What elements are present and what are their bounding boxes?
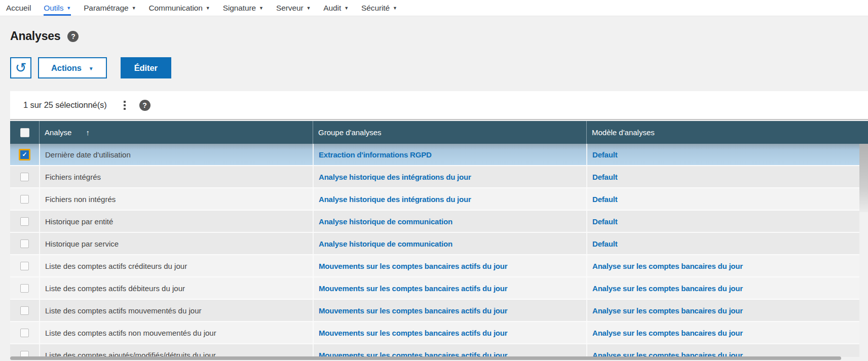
row-checkbox[interactable] xyxy=(20,217,29,226)
chevron-down-icon: ▼ xyxy=(89,65,94,71)
nav-item-label: Outils xyxy=(44,4,63,13)
analyse-cell: Fichiers intégrés xyxy=(39,166,313,187)
column-header-label: Groupe d'analyses xyxy=(318,128,382,137)
row-checkbox-cell xyxy=(10,277,39,299)
analyse-cell: Liste des comptes ajoutés/modifiés/détru… xyxy=(39,344,313,357)
vertical-scrollbar-thumb[interactable] xyxy=(859,144,868,212)
row-checkbox-cell xyxy=(10,211,39,232)
groupe-link[interactable]: Mouvements sur les comptes bancaires act… xyxy=(313,277,586,299)
page-help-icon[interactable]: ? xyxy=(67,31,79,42)
nav-item-label: Audit xyxy=(323,4,341,13)
table-row[interactable]: Fichiers non intégrés Analyse historique… xyxy=(10,188,859,211)
nav-item-label: Accueil xyxy=(6,4,31,13)
row-checkbox-cell xyxy=(10,166,39,187)
analyses-page: Accueil Outils ▼ Paramétrage ▼ Communica… xyxy=(0,0,868,361)
groupe-link[interactable]: Analyse historique des intégrations du j… xyxy=(313,188,586,210)
row-checkbox[interactable] xyxy=(20,306,29,315)
action-button-row: ↺ Actions ▼ Éditer xyxy=(10,57,171,78)
table-row[interactable]: Liste des comptes ajoutés/modifiés/détru… xyxy=(10,344,859,357)
row-checkbox[interactable] xyxy=(20,195,29,204)
select-all-checkbox[interactable] xyxy=(20,128,29,137)
nav-item-signature[interactable]: Signature ▼ xyxy=(223,0,263,16)
table-row[interactable]: Liste des comptes actifs mouvementés du … xyxy=(10,300,859,322)
row-checkbox-cell xyxy=(10,322,39,343)
nav-item-paramtrage[interactable]: Paramétrage ▼ xyxy=(84,0,136,16)
sort-ascending-icon: ↑ xyxy=(86,128,90,137)
groupe-link[interactable]: Analyse historique de communication xyxy=(313,211,586,232)
analyse-cell: Historique par entité xyxy=(39,211,313,232)
modele-link[interactable]: Default xyxy=(586,211,859,232)
chevron-down-icon: ▼ xyxy=(344,5,349,11)
refresh-icon: ↺ xyxy=(15,61,27,75)
edit-button[interactable]: Éditer xyxy=(121,57,171,78)
table-row[interactable]: Fichiers intégrés Analyse historique des… xyxy=(10,166,859,188)
nav-item-outils[interactable]: Outils ▼ xyxy=(44,0,71,16)
row-checkbox[interactable] xyxy=(20,239,29,248)
table-row[interactable]: Liste des comptes actifs débiteurs du jo… xyxy=(10,277,859,300)
groupe-link[interactable]: Mouvements sur les comptes bancaires act… xyxy=(313,322,586,343)
row-checkbox[interactable] xyxy=(20,173,29,181)
nav-item-scurit[interactable]: Sécurité ▼ xyxy=(361,0,397,16)
modele-link[interactable]: Default xyxy=(586,166,859,187)
actions-dropdown-button[interactable]: Actions ▼ xyxy=(38,57,107,78)
row-checkbox[interactable] xyxy=(20,284,29,293)
table-row[interactable]: Liste des comptes actifs non mouvementés… xyxy=(10,322,859,344)
kebab-menu-icon[interactable] xyxy=(122,99,127,111)
row-checkbox[interactable] xyxy=(20,262,29,270)
chevron-down-icon: ▼ xyxy=(307,5,311,11)
nav-item-audit[interactable]: Audit ▼ xyxy=(323,0,349,16)
column-header-label: Analyse xyxy=(45,128,71,137)
analyse-cell: Historique par service xyxy=(39,233,313,254)
row-checkbox[interactable]: ✓ xyxy=(19,149,30,161)
table-row[interactable]: ✓ Dernière date d'utilisation Extraction… xyxy=(10,144,859,166)
table-row[interactable]: Historique par service Analyse historiqu… xyxy=(10,233,859,255)
horizontal-scrollbar-thumb[interactable] xyxy=(10,356,841,360)
column-header-groupe[interactable]: Groupe d'analyses xyxy=(313,121,586,144)
row-checkbox-cell xyxy=(10,255,39,276)
nav-item-serveur[interactable]: Serveur ▼ xyxy=(276,0,311,16)
modele-link[interactable]: Analyse sur les comptes bancaires du jou… xyxy=(586,255,859,276)
chevron-down-icon: ▼ xyxy=(206,5,210,11)
groupe-link[interactable]: Mouvements sur les comptes bancaires act… xyxy=(313,344,586,357)
modele-link[interactable]: Analyse sur les comptes bancaires du jou… xyxy=(586,344,859,357)
chevron-down-icon: ▼ xyxy=(66,5,71,11)
analyse-cell: Fichiers non intégrés xyxy=(39,188,313,210)
modele-link[interactable]: Default xyxy=(586,233,859,254)
table-header: Analyse ↑ Groupe d'analyses Modèle d'ana… xyxy=(10,121,868,144)
modele-link[interactable]: Analyse sur les comptes bancaires du jou… xyxy=(586,300,859,321)
groupe-link[interactable]: Analyse historique des intégrations du j… xyxy=(313,166,586,187)
selection-count-text: 1 sur 25 sélectionné(s) xyxy=(23,100,107,110)
table-row[interactable]: Liste des comptes actifs créditeurs du j… xyxy=(10,255,859,277)
nav-item-communication[interactable]: Communication ▼ xyxy=(148,0,210,16)
groupe-link[interactable]: Mouvements sur les comptes bancaires act… xyxy=(313,255,586,276)
table-row[interactable]: Historique par entité Analyse historique… xyxy=(10,211,859,233)
row-checkbox-cell xyxy=(10,344,39,357)
nav-item-label: Communication xyxy=(148,4,202,13)
row-checkbox-cell: ✓ xyxy=(10,144,39,165)
analyse-cell: Liste des comptes actifs créditeurs du j… xyxy=(39,255,313,276)
row-checkbox[interactable] xyxy=(20,329,29,337)
top-navbar: Accueil Outils ▼ Paramétrage ▼ Communica… xyxy=(0,0,868,16)
selection-help-icon[interactable]: ? xyxy=(139,100,150,111)
column-header-analyse[interactable]: Analyse ↑ xyxy=(39,121,313,144)
refresh-button[interactable]: ↺ xyxy=(10,57,31,78)
column-header-label: Modèle d'analyses xyxy=(592,128,655,137)
chevron-down-icon: ▼ xyxy=(259,5,263,11)
nav-item-label: Paramétrage xyxy=(84,4,129,13)
modele-link[interactable]: Analyse sur les comptes bancaires du jou… xyxy=(586,322,859,343)
analyse-cell: Dernière date d'utilisation xyxy=(39,144,313,165)
modele-link[interactable]: Analyse sur les comptes bancaires du jou… xyxy=(586,277,859,299)
groupe-link[interactable]: Analyse historique de communication xyxy=(313,233,586,254)
column-header-modele[interactable]: Modèle d'analyses xyxy=(586,121,868,144)
vertical-scrollbar[interactable] xyxy=(859,144,868,357)
modele-link[interactable]: Default xyxy=(586,188,859,210)
modele-link[interactable]: Default xyxy=(586,144,859,165)
nav-item-label: Serveur xyxy=(276,4,304,13)
nav-item-accueil[interactable]: Accueil xyxy=(6,0,31,16)
row-checkbox-cell xyxy=(10,188,39,210)
row-checkbox-cell xyxy=(10,300,39,321)
groupe-link[interactable]: Extraction d'informations RGPD xyxy=(313,144,586,165)
nav-item-label: Sécurité xyxy=(361,4,390,13)
page-head: Analyses ? xyxy=(10,29,79,43)
groupe-link[interactable]: Mouvements sur les comptes bancaires act… xyxy=(313,300,586,321)
